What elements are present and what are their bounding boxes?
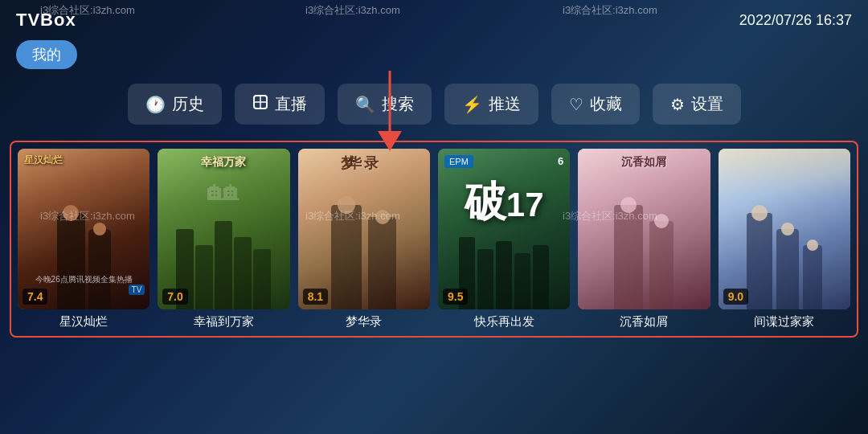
movie-rating-3: 8.1 [303,289,328,305]
nav-item-settings[interactable]: ⚙ 设置 [653,84,741,125]
movie-title-4: 快乐再出发 [438,314,570,330]
movie-rating-2: 7.0 [162,289,187,305]
nav-menu: 🕐 历史 直播 🔍 搜索 ⚡ 推送 ♡ 收藏 ⚙ 设置 [0,76,868,133]
nav-label-live: 直播 [275,93,307,115]
movie-poster-5: 沉香如屑 [578,149,710,309]
movie-title-5: 沉香如屑 [578,314,710,330]
movie-title-3: 梦华录 [298,314,430,330]
live-icon [252,94,268,114]
search-icon: 🔍 [355,95,375,114]
movie-poster-2: 幸福万家 🏘 7.0 [158,149,289,309]
movie-card-3[interactable]: 华录 梦 8.1 梦华录 [298,149,430,330]
movie-card-2[interactable]: 幸福万家 🏘 7.0 幸福到万家 [158,149,289,330]
nav-item-push[interactable]: ⚡ 推送 [444,84,538,125]
movie-card-5[interactable]: 沉香如屑 沉香如屑 [578,149,710,330]
movie-poster-3: 华录 梦 8.1 [298,149,430,309]
nav-item-history[interactable]: 🕐 历史 [128,84,222,125]
nav-label-push: 推送 [489,93,521,115]
movie-poster-6: 9.0 [719,149,850,309]
my-button[interactable]: 我的 [16,40,77,69]
movie-card-1[interactable]: 星汉灿烂 今晚26点腾讯视频全集热播 TV 7.4 星汉灿烂 [18,149,149,330]
nav-item-live[interactable]: 直播 [235,84,325,125]
movie-title-6: 间谍过家家 [719,314,850,330]
favorites-icon: ♡ [569,95,583,114]
movie-poster-1: 星汉灿烂 今晚26点腾讯视频全集热播 TV 7.4 [18,149,149,309]
poster-1-title-text: 星汉灿烂 [24,154,63,167]
nav-label-settings: 设置 [691,93,723,115]
movie-title-2: 幸福到万家 [158,314,289,330]
content-section: 星汉灿烂 今晚26点腾讯视频全集热播 TV 7.4 星汉灿烂 幸福万家 🏘 [10,141,858,338]
movie-poster-4: EPM 6 破17 9.5 [438,149,570,309]
app-title: TVBox [16,10,76,31]
push-icon: ⚡ [462,95,482,114]
movie-rating-4: 9.5 [443,289,468,305]
settings-icon: ⚙ [670,95,685,114]
header: TVBox 2022/07/26 16:37 [0,0,868,37]
nav-item-search[interactable]: 🔍 搜索 [338,84,432,125]
datetime: 2022/07/26 16:37 [739,12,852,29]
movie-rating-1: 7.4 [23,289,47,305]
movie-card-6[interactable]: 9.0 间谍过家家 [719,149,850,330]
nav-label-history: 历史 [172,93,204,115]
nav-label-favorites: 收藏 [590,93,622,115]
history-icon: 🕐 [145,95,166,114]
movies-grid: 星汉灿烂 今晚26点腾讯视频全集热播 TV 7.4 星汉灿烂 幸福万家 🏘 [18,149,850,330]
movie-title-1: 星汉灿烂 [18,314,149,330]
movie-card-4[interactable]: EPM 6 破17 9.5 快乐再出发 [438,149,570,330]
movie-rating-6: 9.0 [723,289,748,305]
nav-label-search: 搜索 [382,93,414,115]
nav-item-favorites[interactable]: ♡ 收藏 [551,84,640,125]
